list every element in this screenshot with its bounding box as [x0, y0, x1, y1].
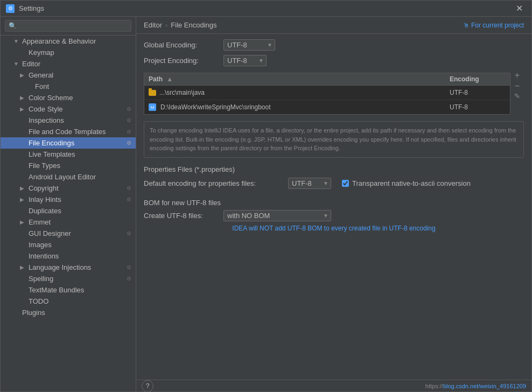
default-encoding-select[interactable]: UTF-8: [288, 178, 331, 189]
arrow-icon: ▶: [20, 106, 26, 112]
status-url: https://blog.csdn.net/weixin_49161209: [425, 383, 526, 389]
sidebar-item-file-encodings[interactable]: File Encodings ⚙: [1, 137, 136, 149]
settings-window: ⚙ Settings ✕ ▼ Appearance & Behavior Key…: [0, 0, 532, 392]
badge-icon: ⚙: [127, 117, 131, 123]
sidebar-item-textmate[interactable]: TextMate Bundles: [1, 284, 136, 296]
sidebar-item-label: File Encodings: [29, 139, 74, 147]
cell-path-1: ...\src\main\java: [144, 87, 445, 98]
sidebar-item-label: Copyright: [29, 184, 59, 192]
window-title: Settings: [19, 4, 513, 12]
sidebar-item-duplicates[interactable]: Duplicates: [1, 205, 136, 216]
sidebar-item-plugins[interactable]: Plugins: [1, 307, 136, 318]
sidebar-item-appearance[interactable]: ▼ Appearance & Behavior: [1, 36, 136, 47]
sidebar-item-copyright[interactable]: ▶ Copyright ⚙: [1, 183, 136, 194]
sidebar-item-label: TextMate Bundles: [29, 286, 84, 294]
arrow-icon: ▶: [20, 264, 26, 270]
sidebar-item-android-layout[interactable]: Android Layout Editor: [1, 171, 136, 183]
transparent-checkbox-row: Transparent native-to-ascii conversion: [342, 179, 471, 187]
sidebar-item-live-templates[interactable]: Live Templates: [1, 149, 136, 160]
panel-content: Global Encoding: UTF-8 UTF-16 ISO-8859-1…: [136, 34, 531, 380]
breadcrumb-root: Editor: [144, 21, 162, 29]
sidebar-item-label: Font: [35, 82, 49, 90]
bom-link[interactable]: UTF-8 BOM: [288, 225, 323, 232]
sidebar-item-file-types[interactable]: File Types: [1, 160, 136, 171]
default-encoding-row: Default encoding for properties files: U…: [144, 178, 524, 189]
sidebar-item-images[interactable]: Images: [1, 239, 136, 250]
encoding-table-wrapper: Path ▲ Encoding ...\src\main\java: [144, 71, 510, 115]
project-encoding-wrapper: UTF-8 UTF-16 ▼: [223, 55, 267, 66]
sidebar-item-editor[interactable]: ▼ Editor: [1, 58, 136, 69]
properties-section-title: Properties Files (*.properties): [144, 165, 524, 173]
sidebar-item-todo[interactable]: TODO: [1, 296, 136, 307]
encoding-table: Path ▲ Encoding ...\src\main\java: [144, 73, 510, 115]
sidebar-item-label: Intentions: [29, 252, 59, 260]
sidebar-item-label: Editor: [22, 60, 40, 68]
badge-icon: ⚙: [127, 276, 131, 282]
sidebar-item-label: Emmet: [29, 218, 51, 226]
sidebar-item-general[interactable]: ▶ General: [1, 69, 136, 81]
add-encoding-button[interactable]: +: [513, 71, 522, 80]
sidebar-item-keymap[interactable]: Keymap: [1, 47, 136, 58]
arrow-icon: ▶: [20, 197, 26, 202]
arrow-icon: ▼: [13, 61, 20, 67]
create-utf8-row: Create UTF-8 files: with NO BOM with BOM…: [144, 210, 524, 221]
project-link[interactable]: 🖱 For current project: [463, 22, 524, 29]
breadcrumb-current: File Encodings: [171, 21, 216, 29]
sidebar-item-label: Inspections: [29, 116, 64, 124]
sidebar-item-label: General: [29, 71, 53, 79]
table-row[interactable]: M D:\IdeaWork\writeSpringMvc\sringboot U…: [144, 100, 510, 114]
sidebar-item-gui-designer[interactable]: GUI Designer ⚙: [1, 228, 136, 239]
create-utf8-label: Create UTF-8 files:: [144, 212, 219, 220]
sidebar-item-label: TODO: [29, 297, 48, 305]
arrow-icon: ▶: [20, 95, 26, 101]
table-row[interactable]: ...\src\main\java UTF-8: [144, 86, 510, 100]
breadcrumb: Editor › File Encodings 🖱 For current pr…: [136, 17, 531, 34]
sidebar-item-inspections[interactable]: Inspections ⚙: [1, 115, 136, 126]
sidebar-item-inlay-hints[interactable]: ▶ Inlay Hints ⚙: [1, 194, 136, 205]
breadcrumb-separator: ›: [165, 21, 167, 29]
bom-note: IDEA will NOT add UTF-8 BOM to every cre…: [144, 225, 524, 232]
search-box: [1, 17, 136, 36]
cell-encoding-1: UTF-8: [445, 87, 510, 98]
sidebar-item-code-style[interactable]: ▶ Code Style ⚙: [1, 103, 136, 115]
sidebar-item-label: GUI Designer: [29, 229, 71, 237]
sidebar-item-language-injections[interactable]: ▶ Language Injections ⚙: [1, 262, 136, 273]
badge-icon: ⚙: [127, 129, 131, 135]
transparent-label: Transparent native-to-ascii conversion: [352, 179, 471, 187]
sidebar-item-label: Appearance & Behavior: [22, 37, 96, 45]
cell-encoding-2: UTF-8: [445, 102, 510, 113]
arrow-icon: ▶: [20, 219, 26, 225]
header-encoding: Encoding: [445, 73, 510, 85]
table-body: ...\src\main\java UTF-8 M D:\IdeaWork\wr…: [144, 86, 510, 114]
sidebar-item-color-scheme[interactable]: ▶ Color Scheme: [1, 92, 136, 103]
sidebar-item-emmet[interactable]: ▶ Emmet: [1, 216, 136, 228]
sidebar-item-intentions[interactable]: Intentions: [1, 250, 136, 262]
sidebar-item-label: Duplicates: [29, 207, 61, 215]
help-button[interactable]: ?: [142, 380, 153, 392]
badge-icon: ⚙: [127, 264, 131, 270]
badge-icon: ⚙: [127, 140, 131, 146]
remove-encoding-button[interactable]: −: [513, 81, 522, 91]
close-button[interactable]: ✕: [513, 2, 526, 15]
search-input[interactable]: [5, 20, 131, 32]
global-encoding-select[interactable]: UTF-8 UTF-16 ISO-8859-1: [223, 39, 275, 51]
info-text: To change encoding IntelliJ IDEA uses fo…: [144, 121, 524, 158]
sidebar-item-file-code-templates[interactable]: File and Code Templates ⚙: [1, 126, 136, 137]
status-url-link[interactable]: blog.csdn.net/weixin_49161209: [443, 383, 526, 389]
global-encoding-row: Global Encoding: UTF-8 UTF-16 ISO-8859-1…: [144, 39, 524, 51]
bom-select[interactable]: with NO BOM with BOM with BOM (system de…: [223, 210, 331, 221]
sidebar-item-label: Color Scheme: [29, 94, 73, 102]
main-panel: Editor › File Encodings 🖱 For current pr…: [136, 17, 531, 391]
project-encoding-select[interactable]: UTF-8 UTF-16: [223, 55, 267, 66]
edit-encoding-button[interactable]: ✎: [513, 92, 522, 100]
header-path: Path ▲: [144, 73, 445, 85]
sidebar-item-label: Images: [29, 241, 52, 249]
transparent-checkbox[interactable]: [342, 180, 349, 187]
folder-icon: [149, 90, 156, 96]
sidebar-item-spelling[interactable]: Spelling ⚙: [1, 273, 136, 284]
default-encoding-label: Default encoding for properties files:: [144, 179, 284, 187]
project-encoding-row: Project Encoding: UTF-8 UTF-16 ▼: [144, 55, 524, 66]
status-bar: ? https://blog.csdn.net/weixin_49161209: [136, 380, 531, 391]
badge-icon: ⚙: [127, 106, 131, 112]
sidebar-item-font[interactable]: Font: [1, 81, 136, 92]
